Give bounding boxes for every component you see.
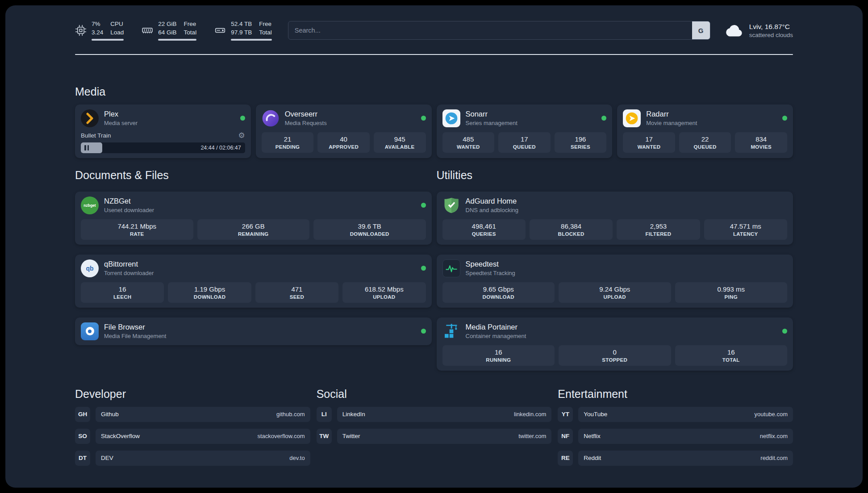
bookmark-link[interactable]: StackOverflow stackoverflow.com xyxy=(96,429,310,444)
stat-label: AVAILABLE xyxy=(385,144,415,150)
disk-total-value: 97.9 TB xyxy=(231,29,252,37)
portainer-icon xyxy=(442,322,460,340)
bookmark-linkedin[interactable]: LI LinkedIn linkedin.com xyxy=(317,407,552,422)
bookmark-abbr[interactable]: GH xyxy=(75,407,90,422)
stat-value: 1.19 Gbps xyxy=(194,285,225,293)
documents-column: Documents & Files nzbget NZBGet Usenet d… xyxy=(75,169,432,345)
stat-label: BLOCKED xyxy=(558,231,584,237)
developer-section: Developer GH Github github.com SO StackO… xyxy=(75,388,310,466)
qbittorrent-card[interactable]: qb qBittorrent Torrent downloader 16 LEE… xyxy=(75,255,432,308)
bookmark-name: Netflix xyxy=(584,433,601,439)
stat-value: 16 xyxy=(495,348,502,356)
section-title-entertainment: Entertainment xyxy=(558,388,793,401)
memory-free-value: 22 GiB xyxy=(158,21,176,28)
weather-widget: Lviv, 16.87°C scattered clouds xyxy=(725,23,793,38)
stat-value: 47.571 ms xyxy=(730,222,761,230)
bookmark-abbr[interactable]: YT xyxy=(558,407,573,422)
portainer-card[interactable]: Media Portainer Container management 16 … xyxy=(437,318,793,371)
plex-card[interactable]: Plex Media server Bullet Train ⚙ 24:44 /… xyxy=(75,104,251,158)
bookmark-link[interactable]: Netflix netflix.com xyxy=(578,429,793,444)
speedtest-icon xyxy=(442,259,460,277)
bookmark-link[interactable]: Reddit reddit.com xyxy=(578,451,793,466)
bookmark-abbr[interactable]: LI xyxy=(317,407,332,422)
bookmark-github[interactable]: GH Github github.com xyxy=(75,407,310,422)
stat-tile: 9.24 Gbps UPLOAD xyxy=(559,282,671,303)
bookmark-stackoverflow[interactable]: SO StackOverflow stackoverflow.com xyxy=(75,429,310,444)
stat-tile: 16 RUNNING xyxy=(442,345,555,366)
stat-tile: 0.993 ms PING xyxy=(675,282,788,303)
stat-label: FILTERED xyxy=(646,231,672,237)
stat-label: STOPPED xyxy=(602,357,627,363)
bookmark-name: Reddit xyxy=(584,455,601,461)
stat-value: 834 xyxy=(755,135,767,143)
bookmark-name: Twitter xyxy=(342,433,360,439)
gear-icon[interactable]: ⚙ xyxy=(238,132,245,139)
bookmark-abbr[interactable]: RE xyxy=(558,451,573,466)
bookmark-reddit[interactable]: RE Reddit reddit.com xyxy=(558,451,793,466)
nzbget-card[interactable]: nzbget NZBGet Usenet downloader 744.21 M… xyxy=(75,192,432,245)
bookmark-abbr[interactable]: NF xyxy=(558,429,573,444)
radarr-card[interactable]: Radarr Movie management 17 WANTED 22 QUE… xyxy=(617,104,793,158)
stat-label: REMAINING xyxy=(238,231,269,237)
cpu-load-label: Load xyxy=(110,29,124,37)
search-input[interactable] xyxy=(288,21,710,40)
stat-value: 22 xyxy=(701,135,709,143)
bookmark-abbr[interactable]: SO xyxy=(75,429,90,444)
bookmark-url: github.com xyxy=(276,411,305,418)
app-name: Overseerr xyxy=(285,110,327,118)
app-name: Plex xyxy=(104,110,138,118)
stat-value: 945 xyxy=(394,135,405,143)
adguard-shield-icon xyxy=(442,196,460,214)
speedtest-card[interactable]: Speedtest Speedtest Tracking 9.65 Gbps D… xyxy=(437,255,793,308)
bookmark-url: reddit.com xyxy=(760,455,788,461)
social-section: Social LI LinkedIn linkedin.com TW Twitt… xyxy=(317,388,552,466)
status-dot xyxy=(421,329,426,334)
middle-columns: Documents & Files nzbget NZBGet Usenet d… xyxy=(75,169,793,371)
disk-free-label: Free xyxy=(259,21,272,28)
app-description: Media server xyxy=(104,120,138,126)
stat-tile: 0 STOPPED xyxy=(559,345,671,366)
bookmark-link[interactable]: Github github.com xyxy=(96,407,310,422)
overseerr-card[interactable]: Overseerr Media Requests 21 PENDING 40 A… xyxy=(256,104,432,158)
app-description: Container management xyxy=(466,333,526,339)
section-title-utilities: Utilities xyxy=(437,169,793,182)
stat-label: DOWNLOAD xyxy=(194,294,225,300)
ram-icon xyxy=(142,25,153,36)
dashboard: 7% 3.24 CPU Load xyxy=(5,5,863,488)
stat-value: 485 xyxy=(463,135,474,143)
bookmark-link[interactable]: LinkedIn linkedin.com xyxy=(337,407,552,422)
stat-tile: 618.52 Mbps UPLOAD xyxy=(342,282,426,303)
bookmark-link[interactable]: YouTube youtube.com xyxy=(578,407,793,422)
pause-icon[interactable] xyxy=(84,145,89,150)
bookmark-abbr[interactable]: TW xyxy=(317,429,332,444)
bookmark-twitter[interactable]: TW Twitter twitter.com xyxy=(317,429,552,444)
adguard-card[interactable]: AdGuard Home DNS and adblocking 498,461 … xyxy=(437,192,793,245)
bookmark-abbr[interactable]: DT xyxy=(75,451,90,466)
search-engine-button[interactable]: G xyxy=(692,21,710,39)
entertainment-section: Entertainment YT YouTube youtube.com NF … xyxy=(558,388,793,466)
bookmark-link[interactable]: DEV dev.to xyxy=(96,451,310,466)
stat-value: 16 xyxy=(727,348,735,356)
stat-value: 9.65 Gbps xyxy=(483,285,514,293)
stat-tile: 266 GB REMAINING xyxy=(197,219,310,240)
bookmark-link[interactable]: Twitter twitter.com xyxy=(337,429,552,444)
app-description: Media Requests xyxy=(285,120,327,126)
section-title-media: Media xyxy=(75,85,793,98)
stat-label: SEED xyxy=(290,294,305,300)
filebrowser-card[interactable]: File Browser Media File Management xyxy=(75,318,432,345)
bookmark-netflix[interactable]: NF Netflix netflix.com xyxy=(558,429,793,444)
status-dot xyxy=(782,329,787,334)
playback-time: 24:44 / 02:06:47 xyxy=(200,145,241,151)
stat-value: 16 xyxy=(119,285,126,293)
stat-label: LEECH xyxy=(113,294,131,300)
stat-label: QUERIES xyxy=(472,231,496,237)
utilities-column: Utilities AdGuard Home xyxy=(437,169,793,371)
playback-progress-bar[interactable]: 24:44 / 02:06:47 xyxy=(81,142,245,153)
bookmark-dev[interactable]: DT DEV dev.to xyxy=(75,451,310,466)
sonarr-card[interactable]: Sonarr Series management 485 WANTED 17 Q… xyxy=(437,104,613,158)
disk-monitor: 52.4 TB 97.9 TB Free Total xyxy=(214,21,272,41)
bookmark-url: dev.to xyxy=(289,455,305,461)
filebrowser-icon xyxy=(81,322,99,340)
stat-label: PING xyxy=(725,294,738,300)
bookmark-youtube[interactable]: YT YouTube youtube.com xyxy=(558,407,793,422)
